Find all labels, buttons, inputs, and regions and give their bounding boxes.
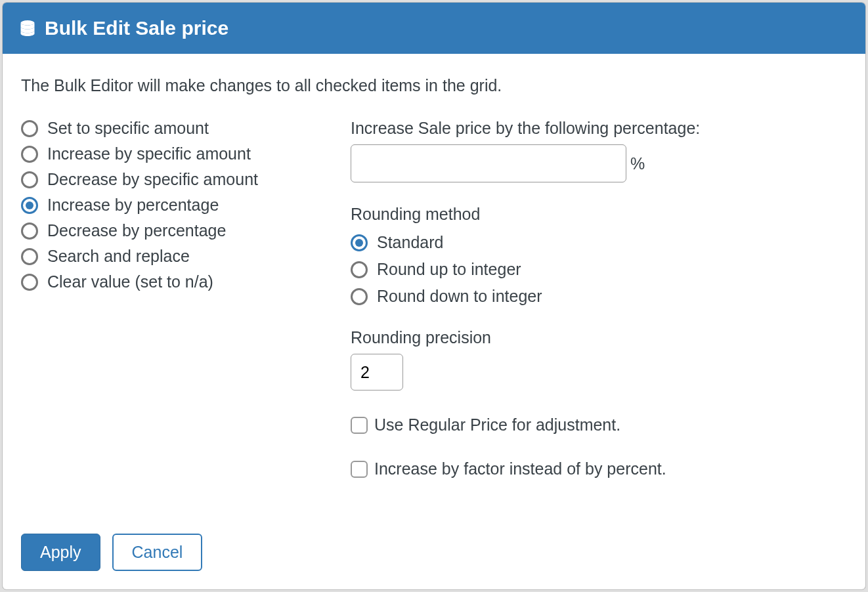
- radio-clear-value-label: Clear value (set to n/a): [47, 272, 213, 291]
- radio-decrease-specific[interactable]: Decrease by specific amount: [21, 170, 303, 189]
- svg-point-0: [21, 20, 35, 25]
- rounding-method-section: Rounding method Standard Round up to int…: [351, 205, 847, 306]
- radio-decrease-percent-input[interactable]: [21, 222, 38, 240]
- rounding-precision-section: Rounding precision: [351, 328, 847, 391]
- checkbox-factor-row[interactable]: Increase by factor instead of by percent…: [351, 459, 847, 478]
- operation-selector: Set to specific amount Increase by speci…: [21, 119, 303, 298]
- radio-round-down[interactable]: Round down to integer: [351, 287, 847, 306]
- radio-clear-value-input[interactable]: [21, 274, 38, 291]
- radio-set-specific-label: Set to specific amount: [47, 119, 209, 138]
- percentage-input-row: %: [351, 144, 847, 182]
- radio-standard-input[interactable]: [351, 234, 368, 251]
- content-row: Set to specific amount Increase by speci…: [21, 119, 847, 478]
- radio-decrease-specific-label: Decrease by specific amount: [47, 170, 258, 189]
- radio-standard[interactable]: Standard: [351, 233, 847, 252]
- dialog-title: Bulk Edit Sale price: [45, 17, 228, 39]
- dialog-header: Bulk Edit Sale price: [3, 3, 865, 54]
- operation-details: Increase Sale price by the following per…: [351, 119, 847, 478]
- radio-round-down-input[interactable]: [351, 288, 368, 305]
- radio-increase-specific[interactable]: Increase by specific amount: [21, 144, 303, 163]
- radio-search-replace[interactable]: Search and replace: [21, 247, 303, 266]
- radio-increase-specific-input[interactable]: [21, 146, 38, 163]
- radio-round-up-input[interactable]: [351, 261, 368, 278]
- checkbox-use-regular-label: Use Regular Price for adjustment.: [374, 415, 620, 434]
- radio-search-replace-input[interactable]: [21, 248, 38, 265]
- radio-round-up-label: Round up to integer: [377, 260, 521, 279]
- radio-set-specific[interactable]: Set to specific amount: [21, 119, 303, 138]
- radio-increase-percent-input[interactable]: [21, 197, 38, 214]
- radio-increase-percent[interactable]: Increase by percentage: [21, 196, 303, 215]
- rounding-method-heading: Rounding method: [351, 205, 847, 224]
- checkbox-use-regular-row[interactable]: Use Regular Price for adjustment.: [351, 415, 847, 434]
- dialog-body: The Bulk Editor will make changes to all…: [3, 54, 865, 589]
- dialog-footer: Apply Cancel: [21, 507, 847, 571]
- radio-increase-specific-label: Increase by specific amount: [47, 144, 251, 163]
- checkbox-use-regular[interactable]: [351, 417, 368, 434]
- rounding-precision-input[interactable]: [351, 354, 403, 391]
- database-icon: [18, 19, 37, 37]
- radio-search-replace-label: Search and replace: [47, 247, 190, 266]
- dialog-description: The Bulk Editor will make changes to all…: [21, 76, 847, 95]
- checkbox-factor[interactable]: [351, 461, 368, 478]
- radio-clear-value[interactable]: Clear value (set to n/a): [21, 272, 303, 291]
- bulk-edit-dialog: Bulk Edit Sale price The Bulk Editor wil…: [3, 3, 865, 589]
- radio-decrease-percent-label: Decrease by percentage: [47, 221, 226, 240]
- cancel-button[interactable]: Cancel: [112, 534, 203, 571]
- percent-suffix: %: [630, 154, 645, 173]
- radio-increase-percent-label: Increase by percentage: [47, 196, 219, 215]
- rounding-precision-heading: Rounding precision: [351, 328, 847, 347]
- percentage-label: Increase Sale price by the following per…: [351, 119, 847, 138]
- radio-decrease-specific-input[interactable]: [21, 171, 38, 188]
- radio-set-specific-input[interactable]: [21, 120, 38, 137]
- checkbox-factor-label: Increase by factor instead of by percent…: [374, 459, 666, 478]
- percentage-input[interactable]: [351, 144, 626, 182]
- apply-button[interactable]: Apply: [21, 534, 100, 571]
- radio-round-up[interactable]: Round up to integer: [351, 260, 847, 279]
- radio-standard-label: Standard: [377, 233, 443, 252]
- radio-decrease-percent[interactable]: Decrease by percentage: [21, 221, 303, 240]
- radio-round-down-label: Round down to integer: [377, 287, 542, 306]
